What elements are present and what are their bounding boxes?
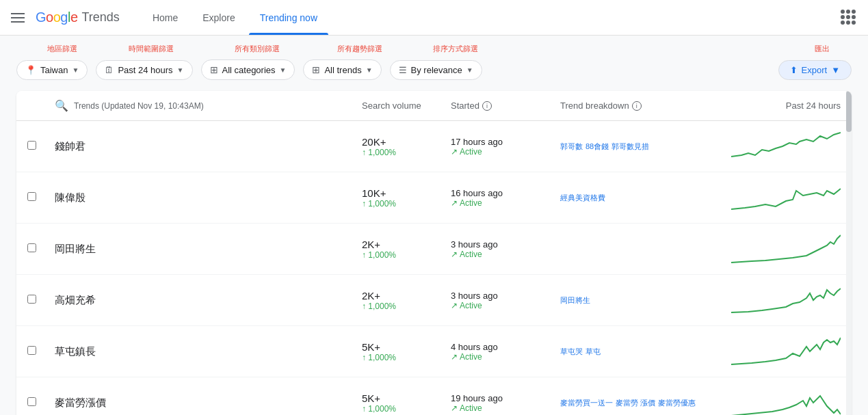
category-value: All categories: [222, 65, 276, 75]
th-breakdown: Trend breakdown i: [560, 101, 731, 111]
row-3-checkbox[interactable]: [27, 243, 55, 254]
header: Google Trends Home Explore Trending now: [0, 0, 868, 36]
filters-row: 📍 Taiwan ▼ 🗓 Past 24 hours ▼ ⊞ All categ…: [16, 59, 852, 80]
row-2-chart: [731, 180, 841, 215]
row-4-checkbox[interactable]: [27, 295, 55, 306]
sort-value: By relevance: [411, 65, 462, 75]
category-icon: ⊞: [210, 64, 218, 75]
row-6-checkbox[interactable]: [27, 397, 55, 408]
table-row: 高畑充希 2K+ ↑ 1,000% 3 hours ago ↗ Active 岡…: [16, 275, 852, 326]
trends-filter-label: 所有趨勢篩選: [312, 44, 408, 54]
time-dropdown-arrow: ▼: [177, 66, 184, 74]
table-row: 陳偉殷 10K+ ↑ 1,000% 16 hours ago ↗ Active …: [16, 172, 852, 224]
started-info-icon[interactable]: i: [482, 101, 492, 111]
breakdown-info-icon[interactable]: i: [632, 101, 642, 111]
trends-dropdown-arrow: ▼: [366, 66, 373, 74]
export-section-label: 匯出: [815, 44, 830, 54]
category-filter-btn[interactable]: ⊞ All categories ▼: [201, 59, 295, 80]
sort-filter-label: 排序方式篩選: [408, 44, 503, 54]
apps-grid-icon[interactable]: [841, 10, 857, 26]
row-5-checkbox[interactable]: [27, 346, 55, 357]
filter-labels: 地區篩選 時間範圍篩選 所有類別篩選 所有趨勢篩選 排序方式篩選 匯出: [16, 44, 852, 57]
row-6-chart: [731, 386, 841, 415]
time-filter-btn[interactable]: 🗓 Past 24 hours ▼: [96, 60, 192, 80]
row-1-name[interactable]: 錢帥君: [55, 140, 362, 153]
row-6-started: 19 hours ago ↗ Active: [451, 393, 560, 413]
row-6-volume: 5K+ ↑ 1,000%: [362, 392, 451, 414]
row-2-breakdown: 經典美資格費: [560, 193, 731, 203]
nav-home[interactable]: Home: [142, 7, 189, 29]
region-filter-btn[interactable]: 📍 Taiwan ▼: [16, 60, 88, 80]
row-3-started: 3 hours ago ↗ Active: [451, 239, 560, 259]
table-row: 錢帥君 20K+ ↑ 1,000% 17 hours ago ↗ Active …: [16, 121, 852, 172]
row-2-name[interactable]: 陳偉殷: [55, 191, 362, 204]
row-4-chart: [731, 283, 841, 317]
row-4-volume: 2K+ ↑ 1,000%: [362, 290, 451, 311]
nav-explore[interactable]: Explore: [192, 7, 246, 29]
nav-trending[interactable]: Trending now: [249, 7, 328, 29]
row-5-volume: 5K+ ↑ 1,000%: [362, 341, 451, 362]
row-1-started: 17 hours ago ↗ Active: [451, 137, 560, 157]
row-3-chart: [731, 232, 841, 266]
row-1-breakdown: 郭哥數 88會錢 郭哥數見措: [560, 142, 731, 152]
table-row: 草屯鎮長 5K+ ↑ 1,000% 4 hours ago ↗ Active 草…: [16, 326, 852, 377]
row-1-volume: 20K+ ↑ 1,000%: [362, 136, 451, 157]
sort-dropdown-arrow: ▼: [466, 66, 473, 74]
row-1-checkbox[interactable]: [27, 141, 55, 152]
row-1-chart: [731, 129, 841, 163]
main-nav: Home Explore Trending now: [142, 7, 841, 29]
row-6-name[interactable]: 麥當勞漲價: [55, 397, 362, 410]
export-btn[interactable]: ⬆ Export ▼: [778, 60, 852, 80]
trends-filter-btn[interactable]: ⊞ All trends ▼: [303, 59, 381, 80]
row-6-breakdown: 麥當勞買一送一 麥當勞 漲價 麥當勞優惠: [560, 398, 731, 408]
table-header: 🔍 Trends (Updated Nov 19, 10:43AM) Searc…: [16, 91, 852, 121]
scrollbar[interactable]: [846, 91, 852, 415]
hamburger-menu[interactable]: [11, 13, 25, 23]
row-3-volume: 2K+ ↑ 1,000%: [362, 239, 451, 260]
search-icon: 🔍: [55, 99, 68, 112]
th-trend: 🔍 Trends (Updated Nov 19, 10:43AM): [55, 99, 362, 112]
export-icon: ⬆: [790, 65, 798, 75]
location-icon: 📍: [25, 65, 36, 75]
active-arrow-icon: ↗: [451, 403, 458, 413]
active-arrow-icon: ↗: [451, 198, 458, 208]
sort-icon: ☰: [399, 65, 407, 75]
trends-header-label: Trends (Updated Nov 19, 10:43AM): [74, 101, 204, 111]
th-started: Started i: [451, 101, 560, 111]
trends-table: 🔍 Trends (Updated Nov 19, 10:43AM) Searc…: [16, 91, 852, 415]
google-logo-text: Google: [36, 10, 78, 25]
th-chart: Past 24 hours: [731, 101, 841, 111]
region-dropdown-arrow: ▼: [72, 66, 79, 74]
row-4-started: 3 hours ago ↗ Active: [451, 291, 560, 310]
row-2-checkbox[interactable]: [27, 192, 55, 203]
time-filter-label: 時間範圍篩選: [100, 44, 202, 54]
th-volume: Search volume: [362, 101, 451, 111]
row-5-chart: [731, 334, 841, 369]
active-arrow-icon: ↗: [451, 352, 458, 362]
row-5-started: 4 hours ago ↗ Active: [451, 342, 560, 362]
active-arrow-icon: ↗: [451, 250, 458, 259]
row-2-started: 16 hours ago ↗ Active: [451, 188, 560, 208]
filters-section: 地區篩選 時間範圍篩選 所有類別篩選 所有趨勢篩選 排序方式篩選 匯出 📍 Ta…: [0, 36, 868, 80]
export-dropdown-arrow: ▼: [831, 65, 840, 75]
logo: Google Trends: [36, 10, 120, 25]
category-dropdown-arrow: ▼: [280, 66, 287, 74]
sort-filter-btn[interactable]: ☰ By relevance ▼: [390, 60, 482, 80]
row-2-volume: 10K+ ↑ 1,000%: [362, 187, 451, 209]
row-3-name[interactable]: 岡田將生: [55, 243, 362, 256]
main-content: 🔍 Trends (Updated Nov 19, 10:43AM) Searc…: [0, 80, 868, 415]
trends-logo-text: Trends: [82, 10, 120, 25]
region-value: Taiwan: [40, 65, 68, 75]
row-5-name[interactable]: 草屯鎮長: [55, 345, 362, 358]
active-arrow-icon: ↗: [451, 301, 458, 310]
table-row: 麥當勞漲價 5K+ ↑ 1,000% 19 hours ago ↗ Active…: [16, 377, 852, 415]
export-label: Export: [802, 65, 828, 75]
active-arrow-icon: ↗: [451, 147, 458, 157]
table-row: 岡田將生 2K+ ↑ 1,000% 3 hours ago ↗ Active: [16, 224, 852, 275]
row-5-breakdown: 草屯哭 草屯: [560, 347, 731, 357]
time-value: Past 24 hours: [118, 65, 172, 75]
row-4-name[interactable]: 高畑充希: [55, 294, 362, 307]
scrollbar-thumb[interactable]: [846, 91, 852, 132]
row-4-breakdown: 岡田將生: [560, 295, 731, 306]
region-filter-label: 地區篩選: [25, 44, 100, 54]
